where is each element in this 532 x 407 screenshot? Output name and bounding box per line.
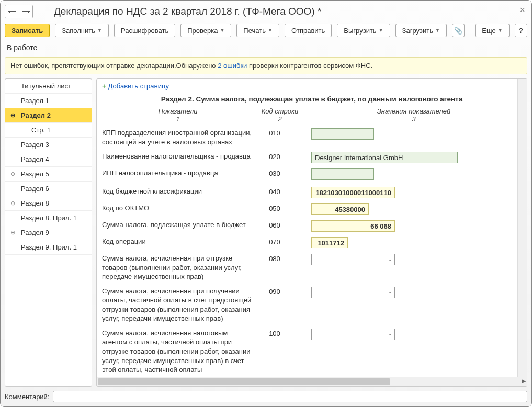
upload-button[interactable]: Выгрузить▼ (337, 24, 390, 37)
sidebar-item-label: Раздел 4 (21, 155, 49, 163)
col2-header: Код строки (254, 107, 306, 115)
sidebar-item[interactable]: Раздел 4 (5, 152, 92, 167)
chevron-down-icon: ▼ (498, 28, 503, 33)
form-row: Код бюджетной классификации0401821030100… (102, 187, 522, 198)
row-label: Сумма налога, исчисленная налоговым аген… (102, 329, 259, 375)
form-row: ИНН налогоплательщика - продавца030 (102, 168, 522, 182)
sidebar-item[interactable]: ⊖Раздел 2 (5, 108, 92, 123)
sidebar-item[interactable]: Раздел 8. Прил. 1 (5, 211, 92, 225)
info-text-2: проверки контрагентов сервисом ФНС. (247, 62, 372, 70)
close-icon[interactable]: × (519, 5, 525, 16)
horizontal-scrollbar[interactable]: ▶ (97, 377, 527, 386)
row-label: Код бюджетной классификации (102, 187, 259, 196)
row-label: Код по ОКТМО (102, 204, 259, 213)
value-field[interactable]: Designer International GmbH (311, 152, 458, 163)
help-button[interactable]: ? (515, 24, 527, 37)
vertical-scrollbar[interactable] (517, 79, 527, 377)
section-header: Раздел 2. Сумма налога, подлежащая уплат… (102, 95, 522, 103)
sidebar-item-label: Раздел 5 (21, 170, 49, 178)
row-code: 020 (259, 152, 290, 161)
chevron-down-icon: ▼ (379, 28, 383, 33)
write-button[interactable]: Записать (5, 24, 50, 37)
titlebar: 🡐 🡒 Декларация по НДС за 2 квартал 2018 … (5, 5, 527, 18)
check-button[interactable]: Проверка▼ (180, 24, 231, 37)
attach-button[interactable]: 📎 (452, 24, 465, 37)
value-field[interactable] (311, 128, 374, 140)
form-row: Сумма налога, исчисленная при получении … (102, 287, 522, 323)
expand-icon[interactable]: ⊕ (10, 200, 15, 207)
row-label: Сумма налога, исчисленная при получении … (102, 287, 259, 323)
sidebar-item-label: Раздел 9. Прил. 1 (21, 243, 77, 251)
sidebar-item-label: Раздел 1 (21, 97, 49, 105)
value-field[interactable] (311, 287, 395, 298)
errors-link[interactable]: 2 ошибки (218, 62, 247, 70)
download-label: Загрузить (402, 27, 433, 35)
col1-sub: 1 (102, 115, 254, 123)
value-field[interactable] (311, 329, 395, 340)
nav-forward-button[interactable]: 🡒 (19, 5, 32, 18)
row-code: 090 (259, 287, 290, 296)
chevron-down-icon: ▼ (268, 28, 273, 33)
status-link[interactable]: В работе (7, 43, 37, 52)
value-field[interactable]: 45380000 (311, 204, 369, 215)
row-label: Сумма налога, исчисленная при отгрузке т… (102, 254, 259, 281)
paperclip-icon: 📎 (454, 27, 462, 35)
print-button[interactable]: Печать▼ (236, 24, 279, 37)
value-field[interactable]: 1011712 (311, 237, 348, 248)
form-row: Код операции0701011712 (102, 237, 522, 248)
collapse-icon[interactable]: ⊖ (10, 112, 15, 119)
download-button[interactable]: Загрузить▼ (395, 24, 447, 37)
sidebar-item[interactable]: Стр. 1 (5, 123, 92, 138)
more-button[interactable]: Еще▼ (475, 24, 509, 37)
chevron-down-icon: ▼ (220, 28, 224, 33)
toolbar: Записать Заполнить▼ Расшифровать Проверк… (5, 24, 527, 37)
more-label: Еще (482, 27, 495, 35)
content-pane: +Добавить страницу Раздел 2. Сумма налог… (96, 78, 527, 387)
sidebar-item-label: Раздел 3 (21, 141, 49, 149)
expand-icon[interactable]: ⊕ (10, 229, 15, 236)
row-code: 070 (259, 237, 290, 246)
sidebar-item[interactable]: ⊕Раздел 8 (5, 196, 92, 211)
comment-input[interactable] (53, 391, 528, 402)
sidebar-item[interactable]: Раздел 9. Прил. 1 (5, 240, 92, 255)
decrypt-button[interactable]: Расшифровать (114, 24, 175, 37)
info-bar: Нет ошибок, препятствующих отправке декл… (5, 57, 527, 74)
col2-sub: 2 (254, 115, 306, 123)
row-label: Код операции (102, 237, 259, 246)
info-text-1: Нет ошибок, препятствующих отправке декл… (10, 62, 218, 70)
row-code: 080 (259, 254, 290, 263)
sidebar-item[interactable]: Раздел 3 (5, 138, 92, 152)
nav-back-button[interactable]: 🡐 (5, 5, 19, 18)
form-row: Сумма налога, исчисленная налоговым аген… (102, 329, 522, 375)
upload-label: Выгрузить (344, 27, 376, 35)
sidebar-item[interactable]: ⊕Раздел 9 (5, 225, 92, 240)
sidebar-item[interactable]: Титульный лист (5, 79, 92, 94)
sidebar-item[interactable]: Раздел 6 (5, 182, 92, 196)
form-row: Сумма налога, подлежащая уплате в бюджет… (102, 220, 522, 232)
sidebar-item-label: Раздел 8 (21, 199, 49, 207)
col1-header: Показатели (102, 107, 254, 115)
value-field[interactable] (311, 168, 374, 180)
check-label: Проверка (187, 27, 218, 35)
sidebar-item-label: Раздел 8. Прил. 1 (21, 214, 77, 222)
row-code: 060 (259, 220, 290, 229)
window-title: Декларация по НДС за 2 квартал 2018 г. (… (54, 6, 321, 17)
value-field[interactable]: 18210301000011000110 (311, 187, 395, 198)
chevron-down-icon: ▼ (97, 28, 102, 33)
sidebar-item[interactable]: Раздел 1 (5, 94, 92, 108)
row-label: Наименование налогоплательщика - продавц… (102, 152, 259, 161)
send-button[interactable]: Отправить (285, 24, 332, 37)
row-label: Сумма налога, подлежащая уплате в бюджет (102, 220, 259, 230)
section-sidebar: Титульный листРаздел 1⊖Раздел 2Стр. 1Раз… (5, 78, 92, 387)
form-row: КПП подразделения иностранной организаци… (102, 128, 522, 146)
expand-icon[interactable]: ⊕ (10, 171, 15, 177)
row-code: 100 (259, 329, 290, 337)
add-page-label: Добавить страницу (108, 82, 169, 90)
plus-icon: + (102, 82, 106, 90)
sidebar-item[interactable]: ⊕Раздел 5 (5, 167, 92, 182)
fill-button[interactable]: Заполнить▼ (55, 24, 109, 37)
value-field[interactable]: 66 068 (311, 220, 395, 232)
form-row: Код по ОКТМО05045380000 (102, 204, 522, 215)
value-field[interactable] (311, 254, 395, 265)
add-page-link[interactable]: +Добавить страницу (102, 82, 169, 90)
